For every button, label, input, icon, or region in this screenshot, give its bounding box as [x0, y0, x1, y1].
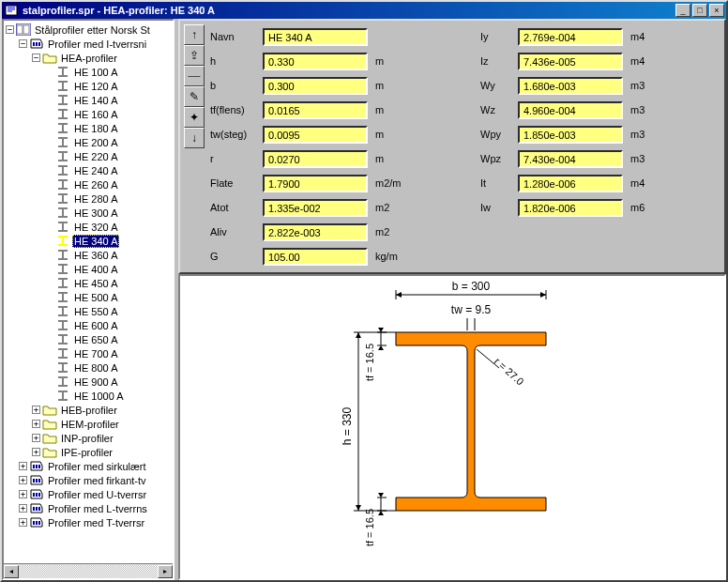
tree-item[interactable]: HE 360 A [6, 248, 173, 262]
ibeam-icon [55, 305, 70, 318]
client-area: −Stålprofiler etter Norsk St−Profiler me… [2, 19, 726, 580]
property-row: tf(flens)0.0165mWz4.960e-004m3 [210, 98, 720, 122]
tree-item[interactable]: HE 180 A [6, 121, 173, 135]
tree-item[interactable]: HE 650 A [6, 332, 173, 346]
prop-value-field[interactable]: 0.300 [263, 77, 368, 95]
prop-value-field[interactable]: 0.330 [263, 53, 368, 70]
prop-value-field[interactable]: 1.850e-003 [518, 126, 623, 144]
svg-rect-75 [62, 362, 64, 373]
tree-expander[interactable]: − [6, 25, 14, 34]
move-down-button[interactable]: ↓ [184, 128, 205, 148]
maximize-button[interactable]: □ [692, 4, 707, 17]
tree-item[interactable]: HE 220 A [6, 149, 173, 163]
divider-button[interactable]: ── [184, 66, 205, 86]
prop-value-field[interactable]: 0.0095 [263, 126, 368, 144]
tree-item[interactable]: HE 900 A [6, 375, 173, 389]
tree-expander[interactable]: − [19, 39, 27, 48]
tree-category[interactable]: +Profiler med T-tverrsr [6, 515, 173, 529]
prop-value-field[interactable]: 7.430e-004 [518, 150, 623, 168]
tree-expander[interactable]: + [19, 462, 27, 470]
folder-icon [42, 418, 57, 431]
tree[interactable]: −Stålprofiler etter Norsk St−Profiler me… [4, 21, 173, 563]
tree-folder[interactable]: +HEM-profiler [6, 417, 173, 431]
tree-hscroll[interactable]: ◂ ▸ [4, 563, 173, 578]
prop-unit: m [368, 55, 415, 67]
prop-unit: m [368, 153, 415, 164]
svg-rect-69 [62, 334, 64, 345]
tree-item[interactable]: HE 280 A [6, 191, 173, 206]
prop-value-field[interactable]: 0.0270 [263, 150, 368, 168]
scroll-track[interactable] [19, 565, 158, 578]
prop-value-field[interactable]: 1.680e-003 [518, 77, 623, 95]
ibeam-icon [55, 178, 70, 191]
prop-value-field[interactable]: 105.00 [263, 248, 368, 266]
tree-item[interactable]: HE 400 A [6, 262, 173, 276]
move-top-button[interactable]: ⇪ [184, 45, 205, 66]
tree-item[interactable]: HE 1000 A [6, 389, 173, 403]
tree-expander[interactable]: + [19, 518, 27, 527]
prop-value-field[interactable]: 0.0165 [263, 101, 368, 119]
svg-rect-96 [38, 521, 40, 525]
edit-button[interactable]: ✎ [184, 86, 205, 107]
close-button[interactable]: × [709, 4, 724, 17]
profile-diagram: b = 300 tw = 9.5 h = 330 [180, 276, 724, 558]
tree-expander[interactable]: + [32, 420, 40, 428]
prop-value-field[interactable]: 1.335e-002 [263, 199, 368, 217]
tree-category[interactable]: +Profiler med U-tverrsr [6, 487, 173, 501]
magic-button[interactable]: ✦ [184, 107, 205, 128]
prop-value-field[interactable]: HE 340 A [263, 28, 368, 46]
tree-item[interactable]: HE 550 A [6, 304, 173, 318]
prop-value-field[interactable]: 2.769e-004 [518, 28, 623, 46]
move-up-button[interactable]: ↑ [184, 24, 205, 45]
tree-item[interactable]: HE 140 A [6, 93, 173, 107]
scroll-right-button[interactable]: ▸ [158, 565, 173, 578]
scroll-left-button[interactable]: ◂ [4, 565, 19, 578]
tree-item[interactable]: HE 100 A [6, 65, 173, 79]
svg-rect-85 [33, 479, 35, 482]
tree-folder[interactable]: +INP-profiler [6, 431, 173, 445]
tree-expander[interactable]: + [19, 490, 27, 498]
tree-folder[interactable]: +HEB-profiler [6, 403, 173, 417]
tree-root[interactable]: −Stålprofiler etter Norsk St [6, 23, 173, 37]
tree-item[interactable]: HE 320 A [6, 220, 173, 234]
tree-item[interactable]: HE 600 A [6, 318, 173, 332]
minimize-button[interactable]: _ [675, 4, 690, 17]
tree-expander[interactable]: + [32, 448, 40, 456]
tree-item[interactable]: HE 160 A [6, 107, 173, 121]
tree-folder[interactable]: +IPE-profiler [6, 445, 173, 459]
prop-value-field[interactable]: 2.822e-003 [263, 223, 368, 241]
tree-label: Profiler med L-tverrns [46, 503, 149, 514]
tree-item[interactable]: HE 240 A [6, 163, 173, 177]
tree-expander[interactable]: + [19, 504, 27, 513]
tree-item[interactable]: HE 340 A [6, 234, 173, 248]
tree-item[interactable]: HE 260 A [6, 177, 173, 191]
prop-value-field[interactable]: 7.436e-005 [518, 53, 623, 70]
prop-value-field[interactable]: 1.7900 [263, 175, 368, 192]
ibeam-icon [55, 108, 70, 121]
svg-rect-94 [33, 521, 35, 525]
tree-item[interactable]: HE 700 A [6, 346, 173, 360]
tree-item[interactable]: HE 450 A [6, 276, 173, 290]
tree-category[interactable]: +Profiler med L-tverrns [6, 501, 173, 515]
tree-item[interactable]: HE 500 A [6, 290, 173, 304]
tree-item[interactable]: HE 300 A [6, 206, 173, 220]
tree-item[interactable]: HE 200 A [6, 135, 173, 149]
tree-item[interactable]: HE 800 A [6, 360, 173, 375]
tree-expander[interactable]: + [32, 434, 40, 442]
tree-item[interactable]: HE 120 A [6, 79, 173, 93]
tree-category[interactable]: +Profiler med sirkulært [6, 459, 173, 473]
tree-label: INP-profiler [59, 433, 115, 444]
svg-rect-42 [62, 207, 64, 218]
prop-value-field[interactable]: 1.820e-006 [518, 199, 623, 217]
app-icon [4, 3, 19, 18]
tree-category[interactable]: −Profiler med I-tverrsni [6, 37, 173, 51]
tree-expander[interactable]: + [19, 476, 27, 484]
svg-rect-45 [62, 222, 64, 232]
prop-value-field[interactable]: 4.960e-004 [518, 101, 623, 119]
tree-expander[interactable]: − [32, 54, 40, 62]
folder-icon [42, 404, 57, 417]
tree-expander[interactable]: + [32, 406, 40, 414]
tree-folder-hea[interactable]: −HEA-profiler [6, 51, 173, 65]
tree-category[interactable]: +Profiler med firkant-tv [6, 473, 173, 487]
prop-value-field[interactable]: 1.280e-006 [518, 175, 623, 192]
